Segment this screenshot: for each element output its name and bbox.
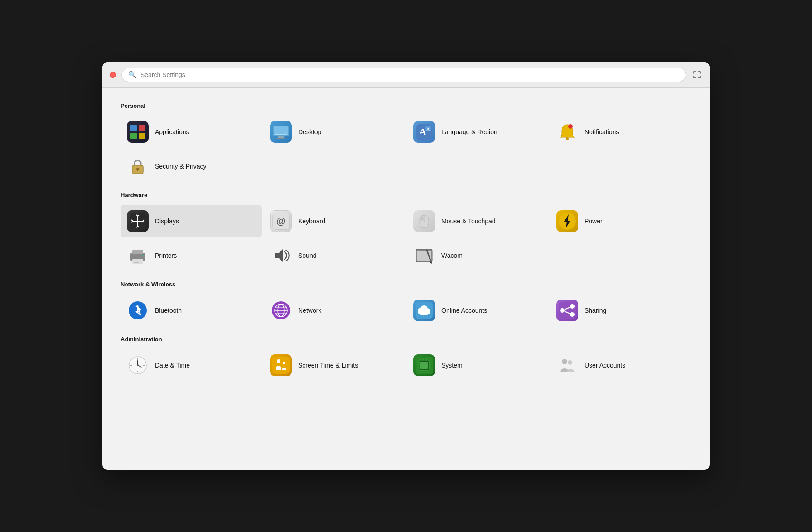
sound-label: Sound	[298, 251, 316, 260]
settings-item-datetime[interactable]: Date & Time	[121, 349, 262, 382]
datetime-icon	[127, 354, 149, 376]
svg-point-85	[568, 360, 572, 365]
mouse-label: Mouse & Touchpad	[441, 217, 496, 225]
svg-rect-18	[137, 169, 138, 171]
settings-item-keyboard[interactable]: @ Keyboard	[264, 205, 405, 237]
settings-item-screentime[interactable]: Screen Time & Limits	[264, 349, 405, 382]
settings-item-useraccounts[interactable]: User Accounts	[550, 349, 691, 382]
svg-rect-3	[139, 133, 145, 139]
search-input[interactable]	[140, 71, 679, 78]
printers-label: Printers	[155, 251, 177, 260]
settings-item-online-accounts[interactable]: Online Accounts	[407, 294, 548, 327]
svg-rect-8	[275, 134, 287, 135]
section-label-administration: Administration	[121, 336, 691, 343]
notifications-icon	[556, 121, 578, 143]
section-label-network: Network & Wireless	[121, 281, 691, 288]
svg-text:A: A	[426, 126, 430, 131]
network-icon	[270, 300, 292, 321]
power-icon	[556, 210, 578, 232]
svg-marker-34	[275, 249, 283, 262]
desktop-label: Desktop	[298, 128, 321, 136]
bluetooth-icon	[127, 300, 149, 321]
settings-item-bluetooth[interactable]: Bluetooth	[121, 294, 262, 327]
screentime-label: Screen Time & Limits	[298, 361, 358, 369]
system-icon	[413, 354, 435, 376]
svg-point-84	[562, 359, 567, 364]
wacom-label: Wacom	[441, 251, 463, 260]
settings-item-language[interactable]: A A Language & Region	[407, 116, 548, 148]
applications-icon	[127, 121, 149, 143]
datetime-label: Date & Time	[155, 361, 190, 369]
expand-icon	[693, 71, 701, 79]
svg-rect-31	[134, 261, 141, 261]
screentime-icon	[270, 354, 292, 376]
svg-rect-1	[139, 125, 145, 131]
displays-icon	[127, 210, 149, 232]
svg-point-54	[570, 312, 575, 317]
close-button[interactable]: ×	[110, 72, 116, 78]
svg-rect-6	[278, 136, 284, 138]
hardware-grid: Displays @ Keyboard	[121, 205, 691, 272]
svg-point-53	[560, 308, 565, 313]
keyboard-label: Keyboard	[298, 217, 325, 225]
titlebar: × 🔍	[102, 62, 710, 88]
network-label: Network	[298, 306, 321, 314]
section-label-hardware: Hardware	[121, 192, 691, 198]
svg-rect-71	[420, 362, 428, 369]
svg-point-13	[566, 137, 569, 140]
desktop-icon	[270, 121, 292, 143]
settings-item-printers[interactable]: Printers	[121, 239, 262, 272]
settings-item-wacom[interactable]: Wacom	[407, 239, 548, 272]
settings-item-sharing[interactable]: Sharing	[550, 294, 691, 327]
svg-rect-0	[130, 125, 137, 131]
keyboard-icon: @	[270, 210, 292, 232]
svg-point-68	[283, 362, 285, 364]
settings-item-system[interactable]: System	[407, 349, 548, 382]
sound-icon	[270, 245, 292, 266]
svg-point-14	[568, 124, 573, 129]
search-icon: 🔍	[128, 71, 137, 79]
expand-button[interactable]	[691, 69, 702, 80]
notifications-label: Notifications	[585, 128, 619, 136]
network-grid: Bluetooth Network	[121, 294, 691, 327]
svg-point-65	[137, 364, 139, 366]
settings-item-applications[interactable]: Applications	[121, 116, 262, 148]
mouse-icon	[413, 210, 435, 232]
svg-rect-26	[420, 216, 424, 221]
settings-item-security[interactable]: Security & Privacy	[121, 150, 262, 183]
applications-label: Applications	[155, 128, 189, 136]
svg-point-33	[142, 255, 144, 256]
useraccounts-icon	[556, 354, 578, 376]
svg-rect-2	[130, 133, 137, 139]
security-label: Security & Privacy	[155, 162, 207, 170]
system-label: System	[441, 361, 463, 369]
svg-point-50	[420, 305, 428, 313]
svg-point-52	[570, 304, 575, 309]
security-icon	[127, 155, 149, 177]
settings-item-power[interactable]: Power	[550, 205, 691, 237]
sharing-icon	[556, 300, 578, 321]
settings-item-mouse[interactable]: Mouse & Touchpad	[407, 205, 548, 237]
svg-rect-29	[132, 250, 143, 254]
settings-item-desktop[interactable]: Desktop	[264, 116, 405, 148]
settings-content: Personal Applications	[102, 88, 710, 470]
settings-item-sound[interactable]: Sound	[264, 239, 405, 272]
settings-item-displays[interactable]: Displays	[121, 205, 262, 237]
online-accounts-label: Online Accounts	[441, 306, 487, 314]
displays-label: Displays	[155, 217, 179, 225]
settings-item-notifications[interactable]: Notifications	[550, 116, 691, 148]
personal-grid: Applications Desktop	[121, 116, 691, 183]
svg-text:@: @	[276, 216, 285, 226]
power-label: Power	[585, 217, 603, 225]
wacom-icon	[413, 245, 435, 266]
printers-icon	[127, 245, 149, 266]
useraccounts-label: User Accounts	[585, 361, 625, 369]
language-label: Language & Region	[441, 128, 498, 136]
svg-rect-66	[272, 357, 290, 374]
svg-text:A: A	[419, 126, 426, 137]
settings-item-network[interactable]: Network	[264, 294, 405, 327]
settings-window: × 🔍 Personal	[102, 62, 710, 470]
search-bar: 🔍	[121, 68, 686, 82]
svg-point-67	[277, 359, 280, 363]
svg-rect-7	[276, 138, 285, 139]
